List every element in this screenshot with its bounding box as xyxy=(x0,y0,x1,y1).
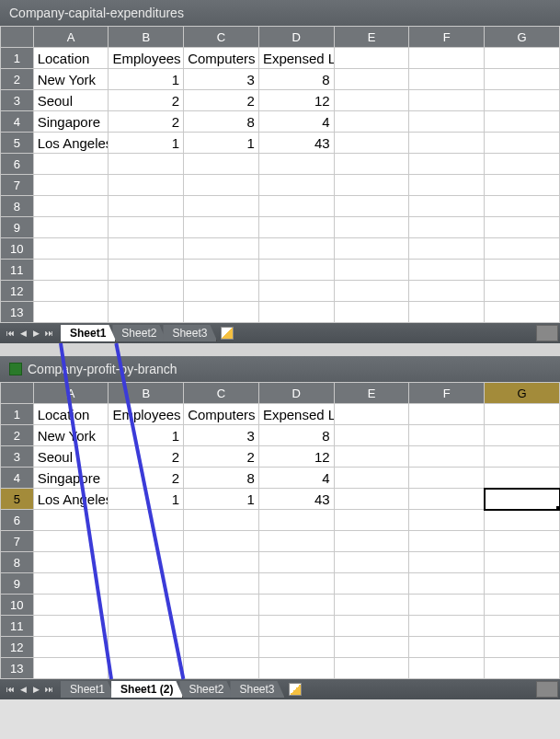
cell-E11[interactable] xyxy=(334,616,409,637)
select-all-corner[interactable] xyxy=(1,383,34,404)
cell-D11[interactable] xyxy=(258,260,334,281)
cell-C7[interactable] xyxy=(184,531,259,552)
cell-D7[interactable] xyxy=(258,175,334,196)
row-header-6[interactable]: 6 xyxy=(1,154,34,175)
cell-E10[interactable] xyxy=(334,238,409,260)
cell-A1[interactable]: Location xyxy=(33,404,109,425)
cell-D2[interactable]: 8 xyxy=(258,425,334,446)
cell-E12[interactable] xyxy=(334,637,409,658)
cell-B5[interactable]: 1 xyxy=(109,133,184,154)
row-header-10[interactable]: 10 xyxy=(1,238,34,260)
cell-F6[interactable] xyxy=(409,154,485,175)
cell-C5[interactable]: 1 xyxy=(184,133,259,154)
row-header-2[interactable]: 2 xyxy=(1,69,34,90)
cell-D6[interactable] xyxy=(258,510,334,531)
cell-G7[interactable] xyxy=(485,531,560,552)
row-header-8[interactable]: 8 xyxy=(1,552,34,573)
cell-F1[interactable] xyxy=(409,404,485,425)
cell-C6[interactable] xyxy=(184,510,259,531)
col-header-E[interactable]: E xyxy=(334,27,409,48)
col-header-G[interactable]: G xyxy=(485,383,560,404)
col-header-E[interactable]: E xyxy=(334,383,409,404)
tab-nav-3[interactable]: ⏭ xyxy=(42,327,55,340)
cell-F6[interactable] xyxy=(409,510,485,531)
row-header-12[interactable]: 12 xyxy=(1,281,34,302)
cell-B5[interactable]: 1 xyxy=(109,489,184,510)
row-header-6[interactable]: 6 xyxy=(1,510,34,531)
cell-G10[interactable] xyxy=(485,595,560,616)
cell-F3[interactable] xyxy=(409,446,485,468)
new-sheet-icon[interactable] xyxy=(221,327,234,340)
col-header-A[interactable]: A xyxy=(33,27,109,48)
row-header-1[interactable]: 1 xyxy=(1,48,34,69)
cell-F3[interactable] xyxy=(409,90,485,111)
col-header-B[interactable]: B xyxy=(109,383,184,404)
cell-C1[interactable]: Computers xyxy=(184,404,259,425)
cell-E8[interactable] xyxy=(334,196,409,217)
row-header-9[interactable]: 9 xyxy=(1,217,34,238)
cell-B13[interactable] xyxy=(109,302,184,323)
cell-D5[interactable]: 43 xyxy=(258,489,334,510)
row-header-2[interactable]: 2 xyxy=(1,425,34,446)
row-header-7[interactable]: 7 xyxy=(1,175,34,196)
cell-D10[interactable] xyxy=(258,595,334,616)
cell-B9[interactable] xyxy=(109,573,184,595)
select-all-corner[interactable] xyxy=(1,27,34,48)
cell-F4[interactable] xyxy=(409,468,485,489)
cell-G8[interactable] xyxy=(485,552,560,573)
cell-F12[interactable] xyxy=(409,637,485,658)
row-header-1[interactable]: 1 xyxy=(1,404,34,425)
cell-A7[interactable] xyxy=(33,531,109,552)
cell-E10[interactable] xyxy=(334,595,409,616)
cell-G4[interactable] xyxy=(485,111,560,133)
row-header-5[interactable]: 5 xyxy=(1,489,34,510)
cell-B12[interactable] xyxy=(109,281,184,302)
cell-E8[interactable] xyxy=(334,552,409,573)
cell-G5[interactable] xyxy=(485,489,560,510)
cell-F8[interactable] xyxy=(409,196,485,217)
cell-E1[interactable] xyxy=(334,404,409,425)
row-header-8[interactable]: 8 xyxy=(1,196,34,217)
cell-F9[interactable] xyxy=(409,573,485,595)
cell-D13[interactable] xyxy=(258,658,334,679)
row-header-13[interactable]: 13 xyxy=(1,302,34,323)
cell-G12[interactable] xyxy=(485,637,560,658)
cell-A7[interactable] xyxy=(33,175,109,196)
cell-B11[interactable] xyxy=(109,260,184,281)
cell-G1[interactable] xyxy=(485,404,560,425)
row-header-7[interactable]: 7 xyxy=(1,531,34,552)
cell-F10[interactable] xyxy=(409,238,485,260)
cell-C9[interactable] xyxy=(184,573,259,595)
tab-nav-0[interactable]: ⏮ xyxy=(4,683,17,696)
hscroll-stub[interactable] xyxy=(536,681,558,698)
cell-E2[interactable] xyxy=(334,69,409,90)
cell-A6[interactable] xyxy=(33,154,109,175)
cell-G11[interactable] xyxy=(485,616,560,637)
cell-G1[interactable] xyxy=(485,48,560,69)
cell-F2[interactable] xyxy=(409,425,485,446)
cell-G7[interactable] xyxy=(485,175,560,196)
cell-C10[interactable] xyxy=(184,595,259,616)
cell-C9[interactable] xyxy=(184,217,259,238)
cell-A4[interactable]: Singapore xyxy=(33,111,109,133)
cell-G9[interactable] xyxy=(485,573,560,595)
cell-F1[interactable] xyxy=(409,48,485,69)
cell-D13[interactable] xyxy=(258,302,334,323)
cell-B9[interactable] xyxy=(109,217,184,238)
cell-E4[interactable] xyxy=(334,468,409,489)
cell-G6[interactable] xyxy=(485,510,560,531)
cell-G8[interactable] xyxy=(485,196,560,217)
cell-B10[interactable] xyxy=(109,595,184,616)
row-header-12[interactable]: 12 xyxy=(1,637,34,658)
cell-F10[interactable] xyxy=(409,595,485,616)
cell-B10[interactable] xyxy=(109,238,184,260)
row-header-10[interactable]: 10 xyxy=(1,595,34,616)
cell-E12[interactable] xyxy=(334,281,409,302)
cell-E2[interactable] xyxy=(334,425,409,446)
cell-E13[interactable] xyxy=(334,302,409,323)
cell-B1[interactable]: Employees xyxy=(109,48,184,69)
cell-C4[interactable]: 8 xyxy=(184,468,259,489)
cell-D12[interactable] xyxy=(258,637,334,658)
cell-F7[interactable] xyxy=(409,175,485,196)
cell-A4[interactable]: Singapore xyxy=(33,468,109,489)
